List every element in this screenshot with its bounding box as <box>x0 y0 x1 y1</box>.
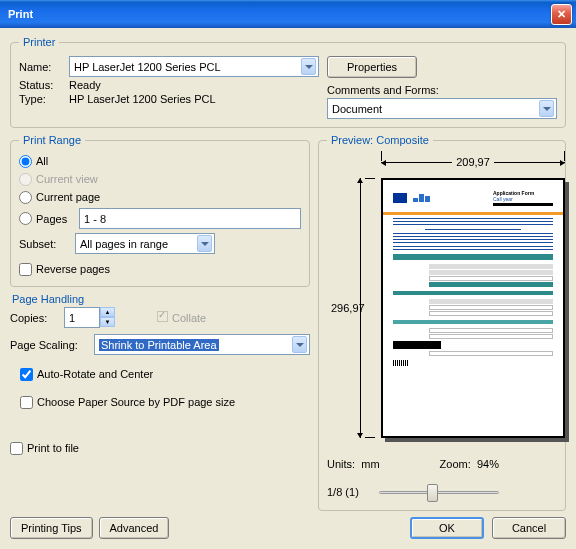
printer-legend: Printer <box>19 36 59 48</box>
ok-button[interactable]: OK <box>410 517 484 539</box>
print-to-file-checkbox[interactable]: Print to file <box>10 439 310 457</box>
print-range-group: Print Range All Current view Current pag… <box>10 134 310 287</box>
name-label: Name: <box>19 61 63 73</box>
preview-page: Application Form Call year <box>381 178 565 438</box>
page-handling-legend: Page Handling <box>12 293 310 305</box>
preview-group: Preview: Composite 209,97 296,97 <box>318 134 566 511</box>
page-counter: 1/8 (1) <box>327 486 359 498</box>
copies-label: Copies: <box>10 312 58 324</box>
auto-rotate-checkbox[interactable]: Auto-Rotate and Center <box>20 365 310 383</box>
printing-tips-button[interactable]: Printing Tips <box>10 517 93 539</box>
collate-checkbox: Collate <box>157 311 206 324</box>
eu-flag-icon <box>393 193 407 203</box>
status-value: Ready <box>69 79 101 91</box>
paper-source-checkbox[interactable]: Choose Paper Source by PDF page size <box>20 393 310 411</box>
subset-label: Subset: <box>19 238 69 250</box>
chevron-down-icon <box>539 100 554 117</box>
page-slider[interactable] <box>379 482 499 502</box>
zoom-value: 94% <box>477 458 499 470</box>
chevron-down-icon <box>301 58 316 75</box>
comments-select[interactable]: Document <box>327 98 557 119</box>
pages-input[interactable]: 1 - 8 <box>79 208 301 229</box>
zoom-label: Zoom: <box>440 458 471 470</box>
subset-select[interactable]: All pages in range <box>75 233 215 254</box>
reverse-pages-checkbox[interactable]: Reverse pages <box>19 260 301 278</box>
slider-thumb[interactable] <box>427 484 438 502</box>
type-value: HP LaserJet 1200 Series PCL <box>69 93 216 105</box>
advanced-button[interactable]: Advanced <box>99 517 170 539</box>
printer-name-select[interactable]: HP LaserJet 1200 Series PCL <box>69 56 319 77</box>
status-label: Status: <box>19 79 63 91</box>
dim-height: 296,97 <box>345 178 375 438</box>
printer-group: Printer Name: HP LaserJet 1200 Series PC… <box>10 36 566 128</box>
preview-canvas: 209,97 296,97 <box>327 152 557 452</box>
dim-width: 209,97 <box>381 156 565 168</box>
radio-current-view: Current view <box>19 170 301 188</box>
spin-down-icon[interactable]: ▼ <box>100 317 115 327</box>
close-button[interactable]: ✕ <box>551 4 572 25</box>
scaling-value: Shrink to Printable Area <box>99 339 219 351</box>
radio-pages[interactable]: Pages <box>19 210 73 228</box>
logo-icon <box>413 194 433 202</box>
radio-current-page[interactable]: Current page <box>19 188 301 206</box>
close-icon: ✕ <box>557 8 566 21</box>
scaling-label: Page Scaling: <box>10 339 88 351</box>
units-label: Units: <box>327 458 355 470</box>
cancel-button[interactable]: Cancel <box>492 517 566 539</box>
page-scaling-select[interactable]: Shrink to Printable Area <box>94 334 310 355</box>
properties-button[interactable]: Properties <box>327 56 417 78</box>
chevron-down-icon <box>292 336 307 353</box>
comments-label: Comments and Forms: <box>327 84 557 96</box>
preview-legend: Preview: Composite <box>327 134 433 146</box>
print-range-legend: Print Range <box>19 134 85 146</box>
copies-spinner[interactable]: 1 ▲▼ <box>64 307 115 328</box>
comments-value: Document <box>332 103 382 115</box>
printer-name-value: HP LaserJet 1200 Series PCL <box>74 61 221 73</box>
type-label: Type: <box>19 93 63 105</box>
chevron-down-icon <box>197 235 212 252</box>
units-value: mm <box>361 458 379 470</box>
title-bar: Print ✕ <box>0 0 576 28</box>
radio-all[interactable]: All <box>19 152 301 170</box>
subset-value: All pages in range <box>80 238 168 250</box>
spin-up-icon[interactable]: ▲ <box>100 307 115 317</box>
window-title: Print <box>8 8 33 20</box>
